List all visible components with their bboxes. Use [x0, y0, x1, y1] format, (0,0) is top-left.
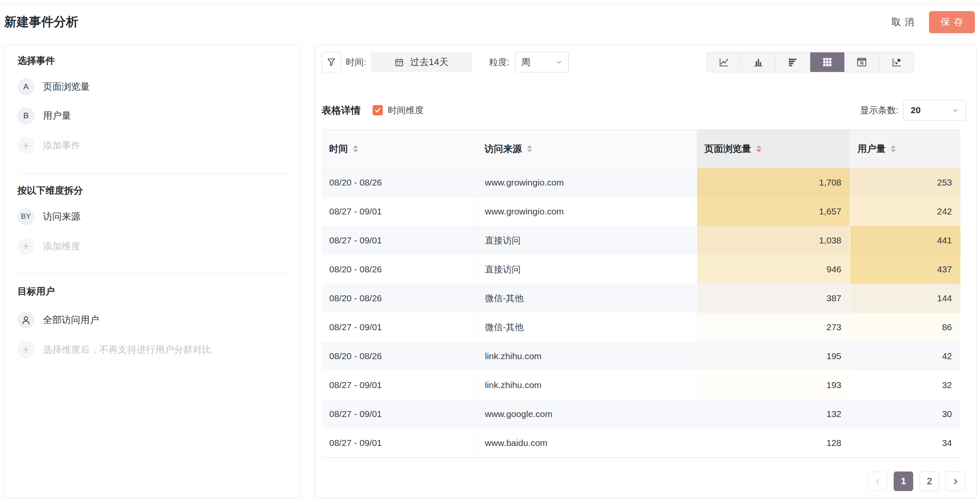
date-range-button[interactable]: 过去14天	[371, 52, 472, 72]
page-size-label: 显示条数:	[860, 104, 898, 116]
event-item-b[interactable]: B 用户量	[17, 106, 286, 125]
cell-pageviews: 1,038	[697, 226, 850, 255]
cell-time: 08/27 - 09/01	[322, 429, 477, 457]
chart-type-horizontal-bar-button[interactable]	[776, 52, 810, 72]
cell-source: www.google.com	[477, 400, 697, 429]
add-user-segment-button[interactable]: + 选择维度后，不再支持进行用户分群对比	[17, 340, 286, 359]
cell-users: 441	[850, 226, 960, 255]
scatter-plot-icon	[890, 56, 903, 69]
event-badge-b: B	[17, 107, 34, 124]
cell-users: 34	[850, 429, 960, 457]
cell-source: www.growingio.com	[477, 168, 697, 197]
cell-users: 253	[850, 168, 960, 197]
toolbar: 时间: 过去14天 粒度: 周	[322, 52, 966, 72]
table-row: 08/20 - 08/26 直接访问 946 437	[322, 255, 960, 284]
cell-time: 08/20 - 08/26	[322, 342, 477, 371]
target-user-label: 全部访问用户	[43, 314, 99, 326]
table-row: 08/27 - 09/01 www.baidu.com 128 34	[322, 429, 960, 457]
chart-type-bar-button[interactable]	[741, 52, 776, 72]
cell-users: 437	[850, 255, 960, 284]
chevron-down-icon	[952, 107, 959, 114]
event-badge-a: A	[17, 78, 34, 95]
svg-text:N: N	[860, 60, 863, 66]
table-header-row: 时间 访问来源 页面浏览量 用户量	[322, 130, 960, 168]
plus-icon: +	[17, 341, 34, 358]
cell-time: 08/27 - 09/01	[322, 313, 477, 342]
chevron-right-icon	[952, 478, 959, 485]
chart-type-scatter-button[interactable]	[879, 52, 914, 72]
table-row: 08/20 - 08/26 微信-其他 387 144	[322, 284, 960, 313]
chart-type-table-button[interactable]	[810, 52, 845, 72]
event-label: 页面浏览量	[43, 80, 90, 93]
section-heading: 选择事件	[17, 54, 286, 67]
cell-source: www.growingio.com	[477, 197, 697, 226]
cell-pageviews: 132	[697, 400, 850, 429]
date-range-value: 过去14天	[410, 56, 448, 69]
page-title: 新建事件分析	[4, 14, 78, 31]
header-actions: 取消 保存	[892, 11, 976, 33]
person-icon	[17, 311, 34, 329]
cell-time: 08/20 - 08/26	[322, 284, 477, 313]
cell-source: link.zhihu.com	[477, 371, 697, 400]
add-dimension-button[interactable]: + 添加维度	[17, 237, 286, 256]
cell-source: www.baidu.com	[477, 429, 697, 457]
dimension-label: 访问来源	[43, 210, 80, 223]
save-button[interactable]: 保存	[929, 11, 975, 33]
analysis-result-panel: 时间: 过去14天 粒度: 周	[315, 45, 977, 498]
event-label: 用户量	[43, 109, 71, 122]
cell-time: 08/27 - 09/01	[322, 197, 477, 226]
sort-icon	[527, 145, 532, 152]
next-page-button[interactable]	[946, 471, 965, 491]
prev-page-button[interactable]	[868, 471, 887, 491]
horizontal-bar-chart-icon	[786, 56, 799, 69]
column-header-users[interactable]: 用户量	[850, 130, 960, 168]
table-row: 08/27 - 09/01 微信-其他 273 86	[322, 313, 960, 342]
time-dimension-checkbox[interactable]	[373, 105, 383, 115]
table-section-title: 表格详情	[322, 104, 361, 117]
column-header-source[interactable]: 访问来源	[477, 130, 697, 168]
add-event-button[interactable]: + 添加事件	[17, 136, 286, 155]
number-card-icon: N	[855, 56, 868, 69]
cell-source: 微信-其他	[477, 284, 697, 313]
page-button-1[interactable]: 1	[894, 471, 913, 491]
page-size-controls: 显示条数: 20	[860, 100, 966, 120]
granularity-select[interactable]: 周	[515, 52, 569, 72]
app-header: 新建事件分析 取消 保存	[0, 4, 980, 40]
chart-type-number-card-button[interactable]: N	[845, 52, 879, 72]
filter-button[interactable]	[322, 52, 341, 72]
sort-icon	[353, 145, 358, 152]
section-heading: 按以下维度拆分	[17, 184, 286, 197]
check-icon	[374, 107, 381, 114]
cell-time: 08/27 - 09/01	[322, 226, 477, 255]
column-header-time[interactable]: 时间	[322, 130, 477, 168]
chart-type-line-button[interactable]	[707, 52, 741, 72]
cell-users: 42	[850, 342, 960, 371]
dimension-item-by[interactable]: BY 访问来源	[17, 207, 286, 226]
table-row: 08/20 - 08/26 www.growingio.com 1,708 25…	[322, 168, 960, 197]
add-event-label: 添加事件	[43, 139, 80, 152]
table-row: 08/20 - 08/26 link.zhihu.com 195 42	[322, 342, 960, 371]
cell-pageviews: 128	[697, 429, 850, 457]
column-header-pageviews[interactable]: 页面浏览量	[697, 130, 850, 168]
time-label: 时间:	[346, 56, 366, 68]
cell-users: 86	[850, 313, 960, 342]
bar-chart-icon	[752, 56, 765, 69]
cancel-button[interactable]: 取消	[892, 16, 918, 29]
target-user-item[interactable]: 全部访问用户	[17, 311, 286, 329]
page-button-2[interactable]: 2	[920, 471, 939, 491]
table-section-bar: 表格详情 时间维度 显示条数: 20	[322, 99, 966, 121]
cell-users: 32	[850, 371, 960, 400]
cell-source: 微信-其他	[477, 313, 697, 342]
cell-pageviews: 195	[697, 342, 850, 371]
section-select-events: 选择事件 A 页面浏览量 B 用户量 + 添加事件	[4, 45, 299, 174]
event-item-a[interactable]: A 页面浏览量	[17, 77, 286, 96]
dimension-badge-by: BY	[17, 208, 34, 225]
plus-icon: +	[17, 238, 34, 255]
cell-pageviews: 273	[697, 313, 850, 342]
cell-time: 08/20 - 08/26	[322, 255, 477, 284]
granularity-value: 周	[521, 56, 530, 68]
page-size-select[interactable]: 20	[903, 100, 966, 120]
table-body: 08/20 - 08/26 www.growingio.com 1,708 25…	[322, 168, 960, 457]
cell-pageviews: 1,657	[697, 197, 850, 226]
section-target-users: 目标用户 全部访问用户 + 选择维度后，不再支持进行用户分群对比	[4, 273, 299, 359]
